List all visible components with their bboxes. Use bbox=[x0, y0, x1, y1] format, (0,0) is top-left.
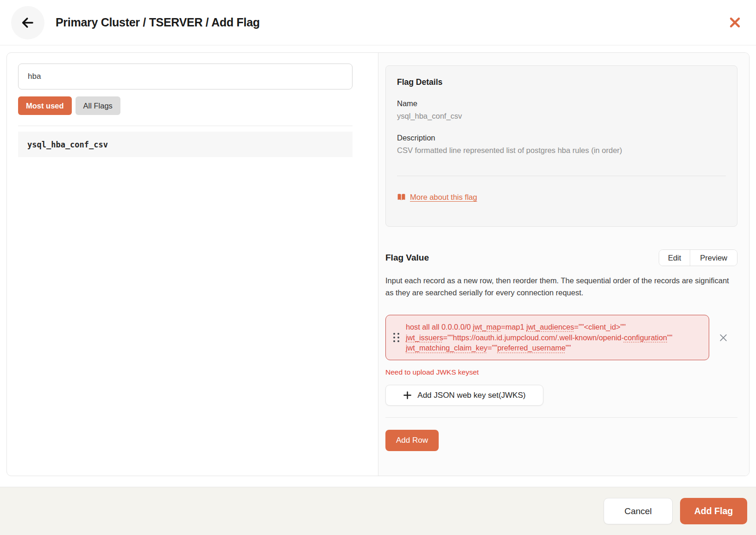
modal-footer: Cancel Add Flag bbox=[0, 487, 756, 535]
flag-row-text: host all all 0.0.0.0/0 jwt_map=map1 jwt_… bbox=[406, 322, 700, 353]
flag-search-input[interactable] bbox=[18, 64, 353, 89]
plus-icon bbox=[403, 391, 412, 400]
add-flag-button[interactable]: Add Flag bbox=[680, 498, 747, 524]
close-icon bbox=[729, 16, 741, 29]
flag-details-card: Flag Details Name ysql_hba_conf_csv Desc… bbox=[385, 65, 737, 227]
edit-preview-toggle: Edit Preview bbox=[659, 249, 737, 266]
flag-value-divider bbox=[385, 417, 737, 418]
flag-picker-card: Most used All Flags ysql_hba_conf_csv Fl… bbox=[6, 52, 750, 476]
tab-all-flags[interactable]: All Flags bbox=[76, 96, 120, 115]
preview-mode-button[interactable]: Preview bbox=[690, 250, 737, 266]
tab-most-used[interactable]: Most used bbox=[18, 96, 72, 115]
page-title: Primary Cluster / TSERVER / Add Flag bbox=[56, 16, 260, 29]
flag-value-header: Flag Value Edit Preview bbox=[385, 249, 737, 266]
add-jwks-label: Add JSON web key set(JWKS) bbox=[417, 391, 525, 400]
flag-details-title: Flag Details bbox=[397, 77, 726, 87]
flag-value-title: Flag Value bbox=[385, 253, 429, 263]
book-icon bbox=[397, 193, 406, 201]
add-flag-modal: Primary Cluster / TSERVER / Add Flag Mos… bbox=[0, 0, 756, 535]
back-button[interactable] bbox=[11, 6, 44, 39]
flag-description-value: CSV formatted line represented list of p… bbox=[397, 146, 726, 155]
close-button[interactable] bbox=[724, 13, 745, 33]
cancel-button[interactable]: Cancel bbox=[604, 498, 673, 524]
flag-value-instructions: Input each record as a new row, then reo… bbox=[385, 274, 737, 299]
flag-details-divider bbox=[397, 176, 726, 176]
edit-mode-button[interactable]: Edit bbox=[659, 250, 690, 266]
left-panel-divider bbox=[18, 126, 353, 126]
add-row-button[interactable]: Add Row bbox=[385, 430, 439, 451]
flag-list-item[interactable]: ysql_hba_conf_csv bbox=[18, 132, 353, 157]
flag-description-label: Description bbox=[397, 134, 726, 142]
x-icon bbox=[718, 333, 728, 343]
arrow-left-icon bbox=[20, 15, 35, 30]
remove-row-button[interactable] bbox=[717, 331, 731, 344]
flag-filter-tabs: Most used All Flags bbox=[18, 96, 353, 115]
flag-name-label: Name bbox=[397, 99, 726, 108]
flag-value-row-wrapper: host all all 0.0.0.0/0 jwt_map=map1 jwt_… bbox=[385, 315, 737, 360]
more-about-flag-label: More about this flag bbox=[410, 193, 477, 202]
add-jwks-button[interactable]: Add JSON web key set(JWKS) bbox=[385, 385, 543, 406]
drag-handle-icon[interactable] bbox=[393, 333, 399, 342]
remove-row-cell bbox=[709, 331, 737, 344]
flag-detail-panel: Flag Details Name ysql_hba_conf_csv Desc… bbox=[378, 53, 749, 476]
modal-body: Most used All Flags ysql_hba_conf_csv Fl… bbox=[0, 45, 756, 487]
flag-search-panel: Most used All Flags ysql_hba_conf_csv bbox=[7, 53, 378, 476]
jwks-error-text: Need to upload JWKS keyset bbox=[385, 368, 737, 376]
modal-header: Primary Cluster / TSERVER / Add Flag bbox=[0, 0, 756, 45]
flag-name-value: ysql_hba_conf_csv bbox=[397, 112, 726, 121]
more-about-flag-link[interactable]: More about this flag bbox=[397, 193, 477, 202]
flag-value-row[interactable]: host all all 0.0.0.0/0 jwt_map=map1 jwt_… bbox=[385, 315, 709, 360]
